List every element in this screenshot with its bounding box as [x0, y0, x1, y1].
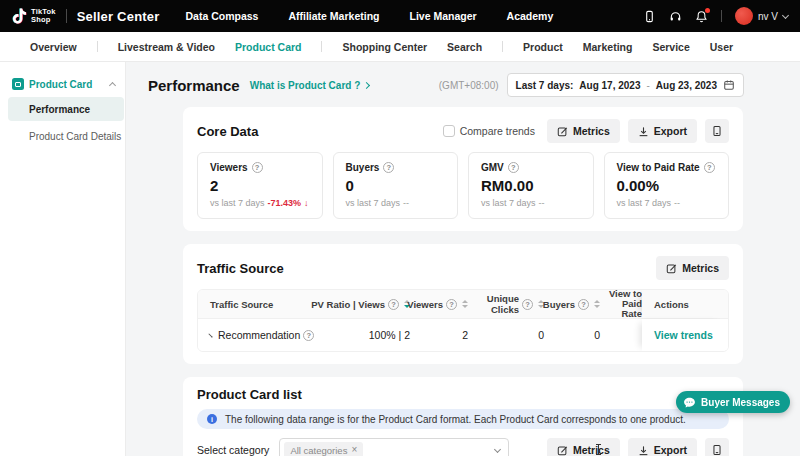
page-title: Performance: [148, 77, 240, 94]
mobile-report-button[interactable]: [705, 438, 729, 456]
nav-academy[interactable]: Academy: [507, 10, 554, 22]
metrics-button[interactable]: Metrics: [547, 119, 620, 143]
date-preset-label: Last 7 days:: [516, 80, 574, 91]
col-pv-ratio-views: PV Ratio | Views ?: [310, 299, 410, 310]
tab-marketing[interactable]: Marketing: [583, 41, 633, 53]
chevron-up-icon: [109, 82, 116, 89]
date-start: Aug 17, 2023: [579, 80, 640, 91]
mobile-report-icon: [711, 125, 723, 137]
question-icon[interactable]: ?: [704, 162, 715, 173]
chat-bubble-icon: [683, 396, 696, 409]
date-range-picker[interactable]: Last 7 days: Aug 17, 2023 - Aug 23, 2023: [507, 73, 744, 97]
what-is-product-card-link[interactable]: What is Product Card ?: [250, 80, 370, 91]
metric-gmv: GMV? RM0.00 vs last 7 days--: [468, 152, 594, 219]
col-buyers: Buyers ?: [544, 299, 600, 310]
core-data-card: Core Data Compare trends Metrics Expo: [183, 107, 743, 231]
col-actions: Actions: [642, 290, 728, 318]
nav-divider: [97, 41, 98, 52]
user-menu[interactable]: nv V: [735, 7, 788, 25]
tab-shopping-center[interactable]: Shopping Center: [342, 41, 427, 53]
tab-service[interactable]: Service: [652, 41, 689, 53]
remove-tag-icon[interactable]: ×: [351, 445, 357, 455]
date-controls: (GMT+08:00) Last 7 days: Aug 17, 2023 - …: [439, 73, 744, 97]
page-header: Performance What is Product Card ? (GMT+…: [126, 71, 800, 99]
metric-value: 2: [210, 177, 310, 194]
question-icon[interactable]: ?: [388, 299, 399, 310]
question-icon[interactable]: ?: [383, 162, 394, 173]
delta-value: -71.43%: [268, 198, 302, 208]
expand-row-icon[interactable]: [208, 333, 212, 337]
edit-metrics-icon: [557, 126, 568, 137]
checkbox-icon: [443, 125, 455, 137]
question-icon[interactable]: ?: [252, 162, 263, 173]
view-trends-link[interactable]: View trends: [654, 329, 713, 341]
mobile-report-button[interactable]: [705, 119, 729, 143]
traffic-source-card: Traffic Source Metrics Traffic Source PV…: [183, 244, 743, 364]
sidebar: Product Card Performance Product Card De…: [0, 62, 126, 456]
mobile-report-icon: [711, 444, 723, 456]
nav-divider: [321, 41, 322, 52]
topbar-divider: [721, 10, 722, 22]
product-card-list-card: Product Card list i The following data r…: [183, 377, 743, 456]
core-metrics: Viewers? 2 vs last 7 days-71.43%↓ Buyers…: [197, 152, 729, 219]
tiktok-shop-logo[interactable]: TikTok Shop: [12, 8, 56, 24]
question-icon[interactable]: ?: [522, 299, 533, 310]
product-card-list-title: Product Card list: [197, 387, 302, 402]
sidebar-group-label: Product Card: [29, 79, 92, 90]
mobile-app-icon[interactable]: [643, 10, 656, 23]
logo-wordmark: TikTok Shop: [31, 8, 56, 24]
product-card-icon: [12, 78, 24, 90]
viewers-cell: 2: [410, 329, 468, 341]
seller-center-title: Seller Center: [77, 9, 160, 24]
nav-data-compass[interactable]: Data Compass: [186, 10, 259, 22]
metric-value: RM0.00: [481, 177, 581, 194]
nav-live-manager[interactable]: Live Manager: [409, 10, 476, 22]
text-cursor: [598, 444, 599, 455]
tab-search[interactable]: Search: [447, 41, 482, 53]
headset-support-icon[interactable]: [669, 10, 682, 23]
metric-value: 0: [346, 177, 446, 194]
nav-affiliate-marketing[interactable]: Affiliate Marketing: [288, 10, 379, 22]
topbar-nav: Data Compass Affiliate Marketing Live Ma…: [186, 10, 554, 22]
arrow-down-icon: ↓: [304, 198, 309, 208]
metrics-button[interactable]: Metrics: [656, 256, 729, 280]
notifications-bell-icon[interactable]: [695, 10, 708, 23]
table-row-recommendation: Recommendation ? 100% | 2 2 0 0 View tre…: [198, 318, 728, 351]
sidebar-group-product-card[interactable]: Product Card: [0, 74, 125, 94]
download-icon: [638, 126, 649, 137]
banner-text: The following data range is for the Prod…: [225, 414, 686, 425]
tab-user[interactable]: User: [710, 41, 733, 53]
tab-product-card[interactable]: Product Card: [235, 41, 302, 53]
username: nv V: [758, 11, 778, 22]
download-icon: [638, 445, 649, 456]
question-icon[interactable]: ?: [578, 299, 589, 310]
topbar-right-cluster: nv V: [643, 7, 788, 25]
chevron-down-icon: [494, 445, 501, 452]
delta-value: --: [674, 198, 680, 208]
category-select[interactable]: All categories ×: [279, 438, 509, 456]
sidebar-item-product-card-details[interactable]: Product Card Details: [8, 124, 124, 148]
export-button[interactable]: Export: [628, 438, 697, 456]
tab-product[interactable]: Product: [523, 41, 563, 53]
content-column: Core Data Compare trends Metrics Expo: [183, 107, 743, 456]
sidebar-item-performance[interactable]: Performance: [8, 97, 124, 121]
col-view-to-paid-rate: View to Paid Rate: [600, 289, 642, 319]
col-unique-clicks: Unique Clicks ?: [468, 293, 544, 315]
col-traffic-source: Traffic Source: [198, 299, 310, 310]
question-icon[interactable]: ?: [446, 299, 457, 310]
tab-overview[interactable]: Overview: [30, 41, 77, 53]
avatar: [735, 7, 753, 25]
date-end: Aug 23, 2023: [656, 80, 717, 91]
tab-livestream-video[interactable]: Livestream & Video: [118, 41, 215, 53]
compare-trends-checkbox[interactable]: Compare trends: [443, 125, 535, 137]
buyers-cell: 0: [544, 329, 600, 341]
export-button[interactable]: Export: [628, 119, 697, 143]
date-separator: -: [647, 80, 650, 91]
metrics-button[interactable]: Metrics: [547, 438, 620, 456]
nav-divider: [502, 41, 503, 52]
chevron-down-icon: [782, 11, 789, 18]
table-header-row: Traffic Source PV Ratio | Views ? Viewer…: [198, 290, 728, 318]
unique-clicks-cell: 0: [468, 329, 544, 341]
buyer-messages-button[interactable]: Buyer Messages: [676, 391, 790, 413]
question-icon[interactable]: ?: [508, 162, 519, 173]
